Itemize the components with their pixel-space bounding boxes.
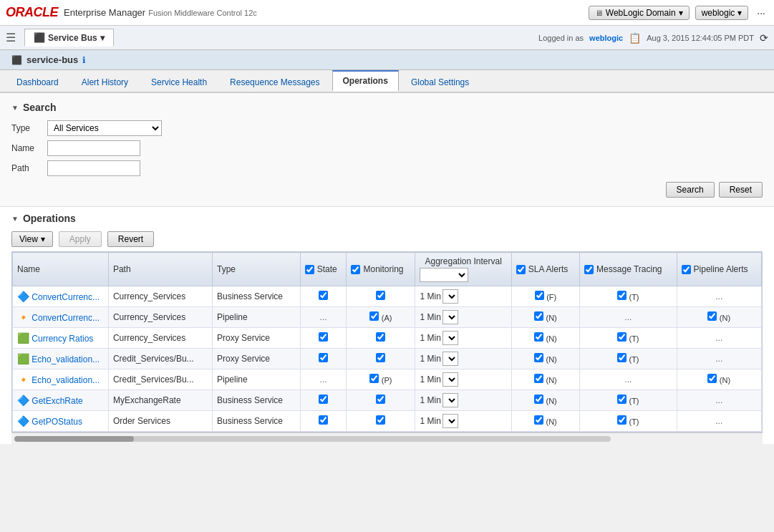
service-name-link[interactable]: ConvertCurrenc... — [32, 292, 100, 302]
weblogic-domain-button[interactable]: 🖥 WebLogic Domain ▾ — [589, 6, 690, 20]
agg-select[interactable]: ▾ — [442, 331, 458, 345]
name-input[interactable] — [47, 140, 140, 156]
weblogic-user-button[interactable]: weblogic ▾ — [695, 6, 749, 20]
cell-pipeline: ... — [677, 349, 761, 369]
sla-checkbox[interactable] — [534, 353, 543, 362]
sla-checkbox[interactable] — [534, 415, 543, 425]
operations-collapse-arrow[interactable]: ▼ — [11, 215, 19, 223]
service-name-link[interactable]: Currency Ratios — [32, 334, 93, 344]
service-name-link[interactable]: Echo_validation... — [32, 354, 100, 364]
service-bus-tab[interactable]: ⬛ Service Bus ▾ — [24, 29, 114, 47]
cell-name: 🔷 GetExchRate — [13, 390, 109, 411]
tab-alert-history[interactable]: Alert History — [71, 72, 139, 92]
cell-monitoring — [347, 390, 415, 411]
tab-operations[interactable]: Operations — [332, 70, 399, 92]
monitoring-checkbox[interactable] — [376, 353, 385, 362]
cell-monitoring: (A) — [347, 307, 415, 328]
state-header-checkbox[interactable] — [305, 265, 314, 274]
monitoring-checkbox[interactable] — [376, 332, 385, 342]
pipeline-checkbox[interactable] — [707, 374, 717, 383]
info-icon[interactable]: ℹ — [82, 55, 86, 65]
type-select[interactable]: All Services Business Service Pipeline P… — [47, 120, 162, 136]
msg-tracing-ellipsis: ... — [624, 312, 632, 322]
second-header-right: Logged in as weblogic 📋 Aug 3, 2015 12:4… — [538, 32, 768, 44]
state-checkbox[interactable] — [319, 415, 328, 425]
sla-checkbox[interactable] — [534, 311, 543, 321]
path-input[interactable] — [47, 160, 140, 176]
agg-select[interactable]: ▾ — [442, 372, 458, 387]
monitoring-checkbox[interactable] — [369, 374, 379, 383]
user-dropdown-arrow: ▾ — [737, 8, 742, 18]
cell-msg-tracing: (T) — [580, 411, 677, 432]
msg-tracing-header-checkbox[interactable] — [584, 265, 594, 274]
col-header-monitoring: Monitoring — [347, 253, 415, 286]
cell-state: ... — [300, 369, 347, 390]
service-name-link[interactable]: Echo_validation... — [32, 375, 100, 385]
monitoring-checkbox[interactable] — [376, 395, 385, 404]
col-header-state: State — [300, 253, 347, 286]
cell-monitoring — [347, 286, 415, 307]
more-options-button[interactable]: ··· — [754, 6, 768, 20]
sla-checkbox[interactable] — [534, 395, 543, 404]
refresh-button[interactable]: ⟳ — [760, 32, 768, 44]
search-collapse-arrow[interactable]: ▼ — [11, 104, 19, 112]
cell-agg: 1 Min ▾ — [415, 411, 511, 432]
sla-header-checkbox[interactable] — [516, 265, 526, 274]
main-content: ▼ Search Type All Services Business Serv… — [0, 93, 774, 444]
cell-path: Order Services — [108, 411, 212, 432]
msg-tracing-checkbox[interactable] — [617, 353, 627, 362]
logged-in-user: weblogic — [589, 34, 623, 42]
pipeline-checkbox[interactable] — [707, 311, 717, 321]
msg-tracing-checkbox[interactable] — [617, 395, 627, 404]
cell-state — [300, 411, 347, 432]
hamburger-button[interactable]: ☰ — [6, 31, 16, 44]
tab-service-health[interactable]: Service Health — [140, 72, 218, 92]
cell-agg: 1 Min ▾ — [415, 328, 511, 349]
agg-select[interactable]: ▾ — [442, 289, 458, 304]
msg-tracing-checkbox[interactable] — [617, 415, 627, 425]
service-name-link[interactable]: ConvertCurrenc... — [32, 313, 100, 323]
state-checkbox[interactable] — [319, 353, 328, 362]
reset-button[interactable]: Reset — [719, 182, 763, 198]
monitoring-header-checkbox[interactable] — [351, 265, 360, 274]
service-name-link[interactable]: GetPOStatus — [32, 417, 82, 427]
sla-checkbox[interactable] — [534, 374, 543, 383]
state-checkbox[interactable] — [319, 291, 328, 300]
msg-tracing-checkbox[interactable] — [617, 332, 627, 342]
sla-checkbox[interactable] — [535, 291, 544, 300]
cell-state — [300, 286, 347, 307]
col-header-type: Type — [212, 253, 300, 286]
agg-select[interactable]: ▾ — [442, 393, 458, 407]
state-checkbox[interactable] — [319, 395, 328, 404]
state-checkbox[interactable] — [319, 332, 328, 342]
cell-monitoring: (P) — [347, 369, 415, 390]
bottom-scroll — [11, 432, 763, 444]
service-name-link[interactable]: GetExchRate — [32, 396, 82, 406]
view-button[interactable]: View ▾ — [11, 231, 53, 247]
sla-checkbox[interactable] — [534, 332, 543, 342]
tab-global-settings[interactable]: Global Settings — [400, 72, 480, 92]
msg-tracing-note: (T) — [629, 334, 639, 343]
operations-header: ▼ Operations — [11, 213, 763, 224]
agg-header-select[interactable] — [420, 268, 468, 282]
tab-dashboard[interactable]: Dashboard — [6, 72, 69, 92]
agg-select[interactable]: ▾ — [442, 352, 458, 366]
pipeline-header-checkbox[interactable] — [682, 265, 691, 274]
weblogic-domain-arrow: ▾ — [679, 8, 683, 18]
tab-resequence-messages[interactable]: Resequence Messages — [219, 72, 330, 92]
oracle-logo: ORACLE — [6, 5, 58, 20]
msg-tracing-ellipsis: ... — [624, 374, 632, 385]
pipeline-ellipsis: ... — [715, 333, 722, 343]
agg-select[interactable]: ▾ — [442, 310, 458, 324]
monitoring-checkbox[interactable] — [369, 311, 379, 321]
msg-tracing-checkbox[interactable] — [617, 291, 627, 300]
revert-button[interactable]: Revert — [107, 231, 154, 247]
col-header-aggregation: Aggregation Interval — [415, 253, 511, 286]
cell-path: Currency_Services — [108, 307, 212, 328]
search-button[interactable]: Search — [666, 182, 715, 198]
row-icon: 🟩 — [17, 332, 29, 344]
agg-select[interactable]: ▾ — [442, 414, 458, 428]
pipeline-note: (N) — [720, 376, 730, 385]
monitoring-checkbox[interactable] — [376, 291, 385, 300]
monitoring-checkbox[interactable] — [376, 415, 385, 425]
